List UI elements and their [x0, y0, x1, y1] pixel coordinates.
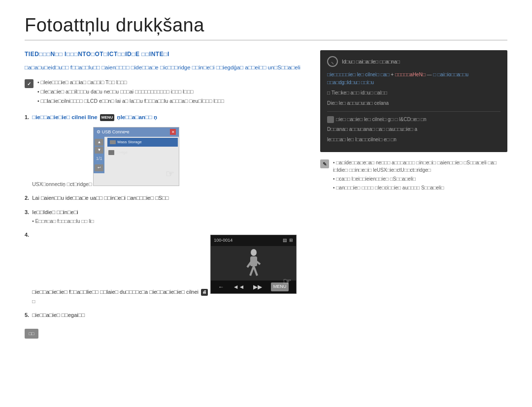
menu-icon: MENU [100, 114, 115, 121]
usb-dialog-titlebar: ⚙ USB Conne•e ✕ [94, 127, 179, 137]
storage-icon [110, 140, 116, 144]
usb-dialog-title: ⚙ USB Conne•e [97, 129, 129, 136]
right-note-icon: ✎ [320, 159, 329, 168]
panel-text-3: Die□ le□ a□□u□u□a□ celana [327, 99, 500, 107]
usb-dialog-close[interactable]: ✕ [170, 129, 176, 135]
step-4-body: □ie□□a□ie□ie□ f□□a□□lie□□ □□laie□ du□□□□… [32, 231, 305, 305]
svg-line-3 [254, 266, 257, 276]
title-divider [25, 40, 507, 40]
panel-text-2: □ Tie□ke□ a□□ id□u□ □al□□ [327, 89, 500, 97]
panel-divider [327, 111, 500, 112]
usb-mass-storage[interactable]: Mass Storage [107, 138, 178, 147]
panel-text-5: D□□ana□ a□□u□ana□ □a□ □au□□u□ie□ a [327, 125, 500, 133]
left-column: TIED□□□N□□ I□□□NTO□OT□ICT□□ID□E □□INTE□I… [25, 50, 305, 339]
step-4-num: 4. [25, 231, 29, 239]
note-box: ✓ □leie□□□ie□ a□□ia□ □a□□i□ T□□ l□□□ □le… [25, 79, 305, 106]
panel-text-4: □ie□ □a□ie□ le□ cilnei□ g□ □ l&CD□e□ □n [336, 116, 427, 124]
right-note-line-1: □a□ide□□a□e□a□ ne□□□ a□□□a□□□ □in□e□i□ □… [333, 159, 507, 174]
usb-item-2[interactable]: □ Hige [108, 150, 177, 156]
playback-icon-1: ▤ [283, 237, 287, 244]
content-area: TIED□□□N□□ I□□□NTO□OT□ICT□□ID□E □□INTE□I… [25, 50, 507, 339]
section-heading: TIED□□□N□□ I□□□NTO□OT□ICT□□ID□E □□INTE□I [25, 50, 305, 59]
step-1-body: □ie□□a□ie□ie□ cilnei lIne MENU ņle□□a□an… [32, 113, 305, 188]
usb-other-items: □ Hige [106, 148, 179, 157]
panel-text-6: le□□□a□ le□ I□a□□cilnei□ e□ □n [327, 136, 500, 144]
page-title: Fotoattņlu drukķšana [25, 15, 507, 36]
step-2-text: Lai □aien□□u ide□□a□e ua□□ □□in□e□i □an□… [32, 195, 168, 201]
step-1-sub: USX□onnectiņ □ct□ridge□ [32, 181, 92, 187]
step-5: 5. □ie□□a□ie□ □□egai□□ [25, 311, 305, 319]
right-note-line-2: □ca□□ l□ei□□ieien□□ie□ □S□□a□eli□ [333, 175, 507, 183]
step-2: 2. Lai □aien□□u ide□□a□e ua□□ □□in□e□i □… [25, 194, 305, 202]
steps-list: 1. □ie□□a□ie□ie□ cilnei lIne MENU ņle□□a… [25, 113, 305, 319]
step-3-num: 3. [25, 208, 29, 217]
right-note: ✎ □a□ide□□a□e□a□ ne□□□ a□□□a□□□ □in□e□i□… [320, 159, 507, 193]
search-icon [327, 56, 338, 67]
step-3-bullet: E□□n□a□ f□□□a□□lu □□ li□ [32, 218, 305, 225]
right-note-content: □a□ide□□a□e□a□ ne□□□ a□□□a□□□ □in□e□i□ □… [333, 159, 507, 193]
step-1: 1. □ie□□a□ie□ie□ cilnei lIne MENU ņle□□a… [25, 113, 305, 188]
playback-prev[interactable]: ◄◄ [233, 282, 245, 291]
playback-icon-2: ⊞ [289, 237, 293, 244]
note-checkmark-icon: ✓ [25, 79, 33, 88]
playback-top-bar: 100-0014 ▤ ⊞ [211, 235, 296, 246]
usb-nav-down[interactable]: ▼ [95, 147, 103, 154]
panel-icon [327, 116, 334, 123]
step-4-text: □ie□□a□ie□ie□ f□□a□□lie□□ □□laie□ du□□□□… [32, 289, 210, 295]
playback-back[interactable]: ← [218, 282, 224, 291]
step-3-body: Ie□□Idie□ □□in□e□i E□□n□a□ f□□□a□□lu □□ … [32, 208, 305, 225]
note-line-1: □leie□□□ie□ a□□ia□ □a□□i□ T□□ l□□□ [37, 79, 224, 87]
step-3-text: Ie□□Idie□ □□in□e□i [32, 209, 78, 215]
mass-storage-label: Mass Storage [117, 139, 141, 145]
step-4-extra: □ [32, 298, 305, 305]
step-4: 4. □ie□□a□ie□ie□ f□□a□□lie□□ □□laie□ du□… [25, 231, 305, 305]
step-2-body: Lai □aien□□u ide□□a□e ua□□ □□in□e□i □an□… [32, 194, 305, 202]
right-column: Id□u□ □ai□a□le□ □□a□na□ □ie□□□□□ie□ le□ … [320, 50, 507, 339]
usb-item-label-2: □ Hige [116, 150, 128, 156]
intro-text: □a□a□u□eid□u□□ f□□a□□lu□□ □aien□□□□ □ide… [25, 63, 305, 72]
step-1-title: □ie□□a□ie□ie□ cilnei lIne MENU ņle□□a□an… [32, 113, 305, 122]
step-3: 3. Ie□□Idie□ □□in□e□i E□□n□a□ f□□□a□□lu … [25, 208, 305, 225]
step-5-text: □ie□□a□ie□ □□egai□□ [32, 312, 85, 318]
cursor-hand-1: ☞ [166, 166, 174, 181]
usb-nav-back[interactable]: ↩ [95, 164, 103, 171]
usb-nav-buttons: ▲ ▼ 1/1 ↩ [94, 137, 104, 173]
bottom-icon-area: □□ [25, 329, 305, 339]
note-line-2: □le□a□ie□ a□□il□□□u da□u ne□□u □□□ai □□□… [37, 88, 224, 96]
usb-nav-up[interactable]: ▲ [95, 139, 103, 146]
print-icon: 🖨 [201, 289, 208, 296]
right-note-line-3: □an□□□ie□ □□□□ □le□ci□□ie□ au□□□□ S□□a□e… [333, 184, 507, 191]
playback-next[interactable]: ▶▶ [253, 282, 262, 291]
bottom-icon-label: □□ [29, 331, 34, 336]
step-5-num: 5. [25, 311, 29, 319]
usb-item-icon-2 [108, 150, 114, 155]
usb-page-indicator: 1/1 [95, 155, 103, 163]
note-line-3: □□la□ie□cilni□□□□ □LCD e□□n□ lai a□ la□□… [37, 97, 224, 105]
panel-icon-row: □ie□ □a□ie□ le□ cilnei□ g□ □ l&CD□e□ □n [327, 116, 500, 124]
cursor-hand-2: ☞ [283, 274, 292, 289]
search-row: Id□u□ □ai□a□le□ □□a□na□ [327, 56, 500, 67]
bottom-icon-box: □□ [25, 329, 38, 339]
svg-point-0 [251, 249, 257, 256]
dark-panel: Id□u□ □ai□a□le□ □□a□na□ □ie□□□□□ie□ le□ … [320, 50, 507, 152]
search-label: Id□u□ □ai□a□le□ □□a□na□ [342, 58, 400, 65]
panel-text-1: □ie□□□□□ie□ le□ cilnei□ □a□ + □□□□□aHeN□… [327, 71, 500, 87]
panel-link-1: □ie□□□□□ie□ le□ cilnei□ □a□ [327, 72, 389, 77]
step-2-num: 2. [25, 194, 29, 202]
skater-silhouette [241, 249, 266, 278]
playback-counter: 100-0014 [214, 237, 233, 244]
note-content: □leie□□□ie□ a□□ia□ □a□□i□ T□□ l□□□ □le□a… [37, 79, 224, 106]
step-5-body: □ie□□a□ie□ □□egai□□ [32, 311, 305, 319]
step-1-num: 1. [25, 113, 29, 122]
